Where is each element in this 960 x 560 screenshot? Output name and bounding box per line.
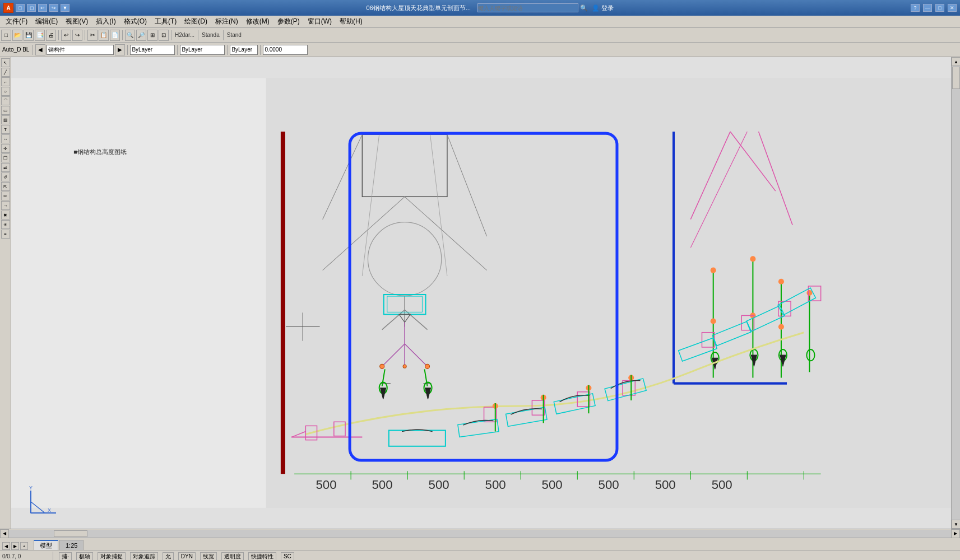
lt-copy2[interactable]: ❐: [1, 153, 10, 162]
lt-erase[interactable]: ✖: [1, 211, 10, 220]
sep6: [223, 30, 224, 40]
tb-zoom-in[interactable]: 🔍: [125, 30, 135, 41]
svg-text:X: X: [48, 507, 51, 513]
sep11: [260, 45, 261, 55]
svg-text:500: 500: [712, 478, 732, 492]
svg-point-44: [711, 268, 716, 273]
lt-line[interactable]: ╱: [1, 68, 10, 77]
dyn-btn[interactable]: DYN: [178, 552, 196, 561]
help-btn[interactable]: ?: [911, 4, 920, 12]
quick-redo-btn[interactable]: ↪: [49, 4, 58, 12]
search-input[interactable]: [477, 3, 578, 12]
quick-undo-btn[interactable]: ↩: [38, 4, 47, 12]
tab-left-btn[interactable]: ◀: [2, 542, 10, 550]
close-btn[interactable]: ✕: [948, 4, 957, 12]
menu-help[interactable]: 帮助(H): [336, 16, 366, 27]
sc-btn[interactable]: SC: [281, 552, 294, 561]
scroll-track-h[interactable]: [9, 530, 951, 538]
lt-arc[interactable]: ⌒: [1, 96, 10, 105]
tb-layer-next[interactable]: ▶: [115, 44, 125, 55]
allow-btn[interactable]: 允: [163, 552, 174, 561]
tab-model[interactable]: 模型: [34, 540, 58, 550]
lt-explode[interactable]: ✳: [1, 220, 10, 229]
lt-properties[interactable]: ≡: [1, 230, 10, 239]
scroll-left-btn[interactable]: ◀: [0, 529, 9, 538]
menu-params[interactable]: 参数(P): [274, 16, 303, 27]
tb-layer-prev[interactable]: ◀: [35, 44, 45, 55]
lt-text[interactable]: T: [1, 125, 10, 134]
transparency-btn[interactable]: 透明度: [221, 552, 244, 561]
tb-saveas[interactable]: 📑: [35, 30, 45, 41]
tab-add-btn[interactable]: +: [20, 542, 28, 550]
tb-paste[interactable]: 📄: [110, 30, 120, 41]
menu-format[interactable]: 格式(O): [120, 16, 150, 27]
login-btn[interactable]: 登录: [601, 4, 614, 11]
user-icon[interactable]: 👤: [592, 4, 600, 11]
lt-scale[interactable]: ⇱: [1, 182, 10, 191]
tab-right-btn[interactable]: ▶: [11, 542, 19, 550]
lt-rotate[interactable]: ↺: [1, 172, 10, 181]
menu-window[interactable]: 窗口(W): [304, 16, 335, 27]
scroll-track-v[interactable]: [952, 66, 960, 520]
title-bar-left: A □ ◻ ↩ ↪ ▼: [3, 3, 69, 13]
svg-point-46: [750, 256, 755, 262]
polar-btn[interactable]: 极轴: [76, 552, 93, 561]
main-area: ↖ ╱ ⌐ ○ ⌒ ▭ ▨ T ↔ ✛ ❐ ⇌ ↺ ⇱ ✂ → ✖ ✳ ≡ ■钢…: [0, 57, 960, 529]
tb-new[interactable]: □: [1, 30, 11, 41]
menu-tools[interactable]: 工具(T): [151, 16, 180, 27]
lt-dim[interactable]: ↔: [1, 134, 10, 143]
maximize-btn[interactable]: □: [935, 4, 944, 12]
scroll-right-btn[interactable]: ▶: [951, 529, 960, 538]
search-btn[interactable]: 🔍: [580, 4, 588, 11]
lt-rect[interactable]: ▭: [1, 106, 10, 115]
menu-insert[interactable]: 插入(I): [92, 16, 119, 27]
tb-save[interactable]: 💾: [24, 30, 34, 41]
menu-view[interactable]: 视图(V): [62, 16, 91, 27]
scroll-thumb-h[interactable]: [54, 530, 87, 537]
tb-zoom-all[interactable]: ⊞: [147, 30, 157, 41]
linetype-input[interactable]: [180, 45, 225, 55]
svg-rect-1: [11, 78, 266, 508]
tb-zoom-out[interactable]: 🔎: [136, 30, 146, 41]
scroll-thumb-v[interactable]: [952, 67, 960, 89]
menu-edit[interactable]: 编辑(E): [32, 16, 61, 27]
cad-canvas[interactable]: ■钢结构总高度图纸: [11, 57, 951, 529]
menu-file[interactable]: 文件(F): [2, 16, 31, 27]
lt-hatch[interactable]: ▨: [1, 115, 10, 124]
transparency-input[interactable]: [263, 45, 308, 55]
tb-print[interactable]: 🖨: [46, 30, 56, 41]
menu-dimension[interactable]: 标注(N): [212, 16, 242, 27]
menu-modify[interactable]: 修改(M): [243, 16, 273, 27]
otrack-btn[interactable]: 对象追踪: [130, 552, 158, 561]
layer-input[interactable]: [47, 45, 114, 55]
lt-circle[interactable]: ○: [1, 87, 10, 96]
menu-draw[interactable]: 绘图(D): [181, 16, 211, 27]
quick-more-btn[interactable]: ▼: [61, 4, 69, 12]
quickprop-btn[interactable]: 快捷特性: [248, 552, 276, 561]
tb-cut[interactable]: ✂: [87, 30, 98, 41]
lineweight-btn[interactable]: 线宽: [200, 552, 217, 561]
tb-zoom-extent[interactable]: ⊡: [159, 30, 169, 41]
tab-scale[interactable]: 1:25: [59, 540, 84, 550]
snap-btn[interactable]: 捕·: [59, 552, 72, 561]
lt-move[interactable]: ✛: [1, 144, 10, 153]
tb-redo[interactable]: ↪: [72, 30, 82, 41]
minimize-btn[interactable]: —: [923, 4, 932, 12]
osnap-btn[interactable]: 对象捕捉: [98, 552, 126, 561]
color-input[interactable]: [130, 45, 175, 55]
scroll-down-btn[interactable]: ▼: [952, 520, 960, 529]
tb-open[interactable]: 📂: [12, 30, 22, 41]
lt-extend[interactable]: →: [1, 201, 10, 210]
coords-display: 0/0.7, 0: [2, 553, 47, 559]
svg-text:■钢结构总高度图纸: ■钢结构总高度图纸: [73, 148, 127, 155]
lt-pick[interactable]: ↖: [1, 58, 10, 67]
lt-trim[interactable]: ✂: [1, 192, 10, 200]
lt-mirror[interactable]: ⇌: [1, 163, 10, 172]
tb-undo[interactable]: ↩: [61, 30, 71, 41]
quick-open-btn[interactable]: ◻: [27, 4, 36, 12]
scroll-up-btn[interactable]: ▲: [952, 57, 960, 66]
lineweight-input[interactable]: [230, 45, 258, 55]
tb-copy[interactable]: 📋: [99, 30, 109, 41]
quick-save-btn[interactable]: □: [16, 4, 25, 12]
lt-polyline[interactable]: ⌐: [1, 77, 10, 86]
